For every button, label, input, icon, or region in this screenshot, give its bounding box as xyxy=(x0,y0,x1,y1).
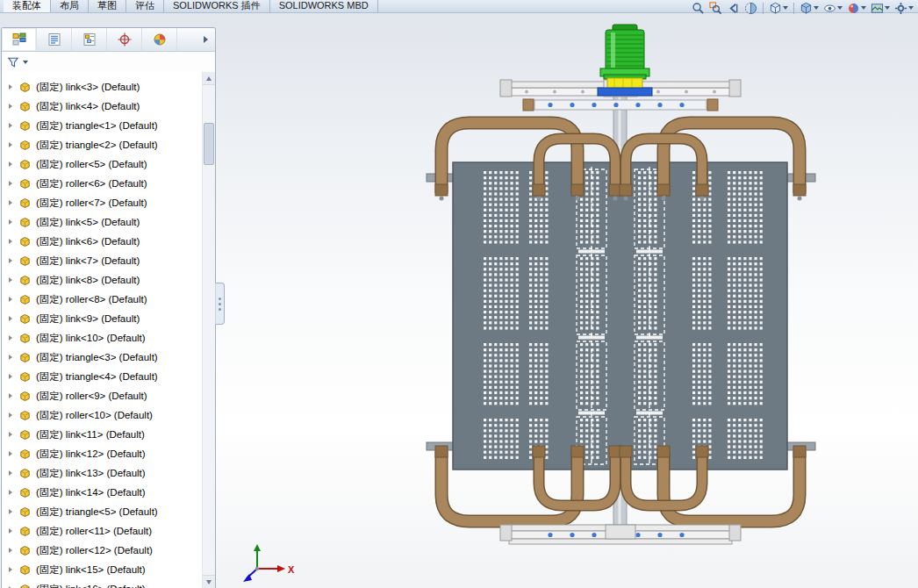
part-icon xyxy=(18,563,32,577)
tree-item-23[interactable]: (固定) triangle<5> (Default) xyxy=(2,502,203,521)
expand-arrow-icon[interactable] xyxy=(9,142,12,147)
expand-arrow-icon[interactable] xyxy=(9,528,12,534)
expand-arrow-icon[interactable] xyxy=(9,355,12,360)
expand-arrow-icon[interactable] xyxy=(9,548,12,553)
tree-item-11[interactable]: (固定) link<8> (Default) xyxy=(2,270,203,290)
tree-item-24[interactable]: (固定) roller<11> (Default) xyxy=(2,521,203,541)
expand-arrow-icon[interactable] xyxy=(9,219,12,225)
part-icon xyxy=(18,467,32,480)
tree-item-10[interactable]: (固定) link<7> (Default) xyxy=(2,251,203,270)
command-tab-assembly[interactable]: 装配体 xyxy=(4,0,51,12)
command-tab-evaluate[interactable]: 评估 xyxy=(126,0,164,12)
expand-arrow-icon[interactable] xyxy=(9,239,12,244)
tree-item-16[interactable]: (固定) triangle<4> (Default) xyxy=(2,367,203,386)
tree-item-26[interactable]: (固定) link<15> (Default) xyxy=(2,560,203,579)
panel-tab-propertymanager[interactable] xyxy=(37,28,72,51)
expand-arrow-icon[interactable] xyxy=(9,432,12,437)
expand-arrow-icon[interactable] xyxy=(9,567,12,572)
dropdown-caret-icon[interactable] xyxy=(885,6,890,10)
tree-item-9[interactable]: (固定) link<6> (Default) xyxy=(2,232,203,251)
expand-arrow-icon[interactable] xyxy=(9,123,12,128)
tree-item-label: (固定) triangle<5> (Default) xyxy=(36,506,158,519)
tree-item-4[interactable]: (固定) triangle<2> (Default) xyxy=(2,135,203,154)
expand-arrow-icon[interactable] xyxy=(9,490,12,495)
panel-tab-configurationmanager[interactable] xyxy=(72,28,107,51)
scroll-down-button[interactable] xyxy=(203,575,215,588)
expand-arrow-icon[interactable] xyxy=(9,335,12,341)
filter-dropdown-caret-icon[interactable] xyxy=(23,61,28,64)
tree-item-20[interactable]: (固定) link<12> (Default) xyxy=(2,444,203,463)
tree-item-7[interactable]: (固定) roller<7> (Default) xyxy=(2,193,203,212)
part-icon xyxy=(18,139,32,152)
section-view-icon[interactable] xyxy=(742,1,759,16)
expand-arrow-icon[interactable] xyxy=(9,161,12,167)
command-tab-sw-mbd[interactable]: SOLIDWORKS MBD xyxy=(270,0,378,12)
tree-item-14[interactable]: (固定) link<10> (Default) xyxy=(2,328,203,348)
command-tab-layout[interactable]: 布局 xyxy=(51,0,89,12)
expand-arrow-icon[interactable] xyxy=(9,393,12,398)
expand-arrow-icon[interactable] xyxy=(9,451,12,456)
tree-item-25[interactable]: (固定) roller<12> (Default) xyxy=(2,541,203,560)
filter-funnel-icon[interactable] xyxy=(7,56,19,68)
panel-collapse-button[interactable] xyxy=(196,28,215,51)
scroll-up-button[interactable] xyxy=(203,72,215,85)
expand-arrow-icon[interactable] xyxy=(9,509,12,514)
edit-appearance-icon[interactable] xyxy=(845,1,868,16)
tree-scrollbar[interactable] xyxy=(202,72,215,588)
expand-arrow-icon[interactable] xyxy=(9,181,12,186)
expand-arrow-icon[interactable] xyxy=(9,470,12,476)
tree-item-1[interactable]: (固定) link<3> (Default) xyxy=(2,77,203,97)
display-style-icon[interactable] xyxy=(798,1,821,16)
zoom-to-fit-icon[interactable] xyxy=(690,1,706,16)
tree-item-label: (固定) roller<7> (Default) xyxy=(36,197,147,210)
command-tab-sketch[interactable]: 草图 xyxy=(89,0,126,12)
expand-arrow-icon[interactable] xyxy=(9,200,12,205)
tree-item-2[interactable]: (固定) link<4> (Default) xyxy=(2,97,203,116)
expand-arrow-icon[interactable] xyxy=(9,104,12,109)
expand-arrow-icon[interactable] xyxy=(9,84,12,90)
tree-item-13[interactable]: (固定) link<9> (Default) xyxy=(2,309,203,328)
tree-item-22[interactable]: (固定) link<14> (Default) xyxy=(2,483,203,502)
previous-view-icon[interactable] xyxy=(725,1,742,16)
part-icon xyxy=(18,332,32,345)
tree-item-3[interactable]: (固定) triangle<1> (Default) xyxy=(2,116,203,135)
expand-arrow-icon[interactable] xyxy=(9,258,12,263)
hide-show-items-icon[interactable] xyxy=(821,1,844,16)
panel-tab-featuremanager[interactable] xyxy=(2,28,37,51)
view-settings-icon[interactable] xyxy=(893,1,915,16)
panel-tab-displaymanager[interactable] xyxy=(142,28,177,51)
scroll-thumb[interactable] xyxy=(204,123,214,165)
expand-arrow-icon[interactable] xyxy=(9,297,12,302)
expand-arrow-icon[interactable] xyxy=(9,374,12,379)
command-tab-sw-addins[interactable]: SOLIDWORKS 插件 xyxy=(164,0,270,12)
dropdown-caret-icon[interactable] xyxy=(908,6,914,10)
tree-item-8[interactable]: (固定) link<5> (Default) xyxy=(2,212,203,232)
tree-item-label: (固定) link<3> (Default) xyxy=(36,81,140,94)
tree-item-12[interactable]: (固定) roller<8> (Default) xyxy=(2,290,203,309)
bottom-rail-assembly[interactable] xyxy=(500,525,741,544)
tree-item-label: (固定) link<13> (Default) xyxy=(36,467,146,480)
expand-arrow-icon[interactable] xyxy=(9,412,12,418)
view-orientation-icon[interactable] xyxy=(767,1,790,16)
perforated-panel[interactable] xyxy=(453,162,787,470)
dropdown-caret-icon[interactable] xyxy=(783,6,788,10)
tree-item-19[interactable]: (固定) link<11> (Default) xyxy=(2,425,203,444)
apply-scene-icon[interactable] xyxy=(869,1,892,16)
tree-item-21[interactable]: (固定) link<13> (Default) xyxy=(2,463,203,483)
expand-arrow-icon[interactable] xyxy=(9,316,12,321)
tree-item-5[interactable]: (固定) roller<5> (Default) xyxy=(2,154,203,174)
tree-item-label: (固定) roller<5> (Default) xyxy=(36,158,147,171)
panel-resize-grip[interactable] xyxy=(215,283,225,325)
tree-item-6[interactable]: (固定) roller<6> (Default) xyxy=(2,174,203,193)
dropdown-caret-icon[interactable] xyxy=(814,6,819,10)
panel-tab-dimxpertmanager[interactable] xyxy=(107,28,142,51)
zoom-to-area-icon[interactable] xyxy=(707,1,724,16)
dropdown-caret-icon[interactable] xyxy=(861,6,866,10)
tree-item-15[interactable]: (固定) triangle<3> (Default) xyxy=(2,348,203,367)
expand-arrow-icon[interactable] xyxy=(9,277,12,283)
up-arrow-icon xyxy=(206,76,212,81)
tree-item-17[interactable]: (固定) roller<9> (Default) xyxy=(2,386,203,405)
tree-item-27[interactable]: (固定) link<16> (Default) xyxy=(2,579,203,588)
tree-item-18[interactable]: (固定) roller<10> (Default) xyxy=(2,405,203,425)
dropdown-caret-icon[interactable] xyxy=(837,6,843,10)
